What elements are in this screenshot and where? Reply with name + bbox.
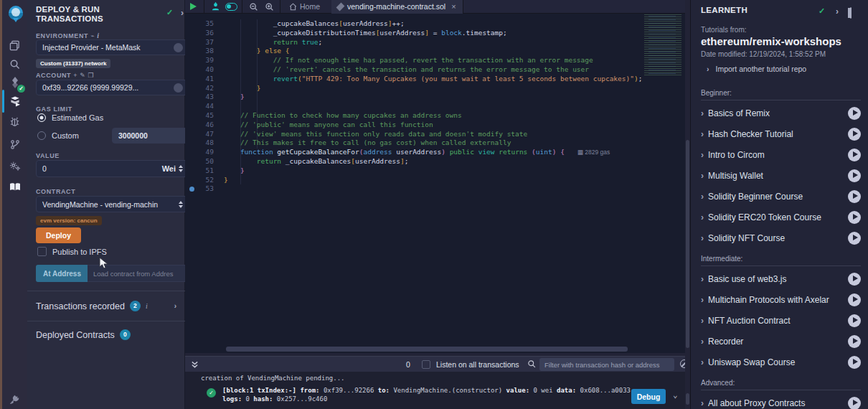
- code-line[interactable]: revert("HTTP 429: Too Many Cupcakes (you…: [224, 75, 640, 84]
- terminal-output[interactable]: creation of VendingMachine pending... ✓ …: [185, 372, 690, 409]
- transactions-info-icon[interactable]: i: [146, 302, 148, 310]
- custom-gas-option[interactable]: Custom: [37, 131, 79, 140]
- learneth-collapse-chevron-icon[interactable]: ›: [836, 6, 839, 17]
- line-number[interactable]: 50: [185, 157, 222, 166]
- code-line[interactable]: // If not enough time has passed, revert…: [224, 56, 640, 65]
- panel-collapse-chevron-icon[interactable]: ›: [181, 8, 184, 18]
- line-number[interactable]: 37: [185, 38, 222, 47]
- line-number[interactable]: 43: [185, 93, 222, 102]
- info-icon[interactable]: i: [97, 32, 99, 39]
- zoom-in-icon[interactable]: [261, 0, 277, 14]
- estimated-gas-radio[interactable]: [37, 113, 46, 122]
- code-line[interactable]: return true;: [224, 38, 640, 47]
- at-address-input[interactable]: [88, 265, 189, 282]
- tutorial-play-icon[interactable]: [848, 397, 861, 409]
- account-select[interactable]: 0xf39...92266 (9999.99929...: [36, 80, 189, 95]
- tutorial-expand-chevron-icon[interactable]: ›: [701, 398, 704, 408]
- tutorial-expand-chevron-icon[interactable]: ›: [701, 337, 704, 347]
- tutorial-play-icon[interactable]: [848, 190, 861, 203]
- line-number[interactable]: 38: [185, 47, 222, 56]
- learneth-icon[interactable]: [2, 178, 27, 197]
- tutorial-item[interactable]: ›Solidity NFT Course: [701, 227, 861, 248]
- tutorial-expand-chevron-icon[interactable]: ›: [701, 212, 704, 222]
- tutorial-play-icon[interactable]: [848, 149, 861, 161]
- value-input[interactable]: 0: [42, 164, 162, 173]
- debug-button[interactable]: Debug: [631, 389, 666, 404]
- code-line[interactable]: }: [224, 93, 640, 102]
- tutorial-item[interactable]: ›Multisig Wallet: [701, 165, 861, 186]
- tutorial-item[interactable]: ›Uniswap Swap Course: [701, 352, 861, 372]
- zoom-out-icon[interactable]: [245, 0, 261, 14]
- code-line[interactable]: [224, 102, 640, 111]
- tutorial-play-icon[interactable]: [848, 293, 861, 306]
- tutorial-expand-chevron-icon[interactable]: ›: [701, 233, 704, 243]
- settings-icon[interactable]: [2, 156, 27, 175]
- line-number[interactable]: 48: [185, 138, 222, 148]
- plugin-connector-icon[interactable]: [2, 390, 27, 408]
- code-line[interactable]: // This makes it free to call (no gas co…: [224, 138, 640, 148]
- environment-select[interactable]: Injected Provider - MetaMask: [36, 39, 189, 55]
- transactions-expand-chevron-icon[interactable]: ›: [174, 302, 176, 310]
- line-number[interactable]: 36: [185, 29, 222, 38]
- file-explorer-icon[interactable]: [2, 36, 27, 55]
- tutorial-item[interactable]: ›Basics of Remix: [701, 103, 861, 123]
- code-editor[interactable]: 35363738394041424344454647484950515253 _…: [185, 14, 690, 353]
- tutorial-play-icon[interactable]: [848, 314, 861, 327]
- line-number[interactable]: 46: [185, 121, 222, 130]
- copy-account-icon[interactable]: ❐: [85, 72, 94, 79]
- tutorial-item[interactable]: ›Hash Checker Tutorial: [701, 123, 861, 144]
- value-unit-select[interactable]: Wei: [162, 164, 176, 173]
- line-number[interactable]: 53: [185, 184, 222, 194]
- tutorial-item[interactable]: ›NFT Auction Contract: [701, 310, 861, 331]
- estimated-gas-option[interactable]: Estimated Gas: [37, 113, 103, 122]
- breakpoint-dot[interactable]: [189, 187, 194, 192]
- line-number[interactable]: 51: [185, 166, 222, 176]
- code-line[interactable]: }: [224, 176, 640, 185]
- line-number[interactable]: 52: [185, 176, 222, 185]
- tutorial-expand-chevron-icon[interactable]: ›: [701, 192, 704, 202]
- tutorial-play-icon[interactable]: [848, 169, 861, 182]
- line-number[interactable]: 49: [185, 148, 222, 157]
- code-line[interactable]: }: [224, 166, 640, 176]
- code-line[interactable]: } else {: [224, 47, 640, 56]
- tutorial-play-icon[interactable]: [848, 335, 861, 348]
- run-script-icon[interactable]: [185, 0, 201, 14]
- line-number[interactable]: 45: [185, 111, 222, 121]
- tutorial-expand-chevron-icon[interactable]: ›: [701, 295, 704, 305]
- code-line[interactable]: function getCupcakeBalanceFor(address us…: [224, 148, 640, 157]
- line-number[interactable]: 40: [185, 65, 222, 75]
- git-branch-icon[interactable]: [2, 135, 27, 154]
- tutorial-play-icon[interactable]: [848, 128, 861, 141]
- publish-ipfs-checkbox[interactable]: [37, 247, 47, 256]
- listen-transactions-checkbox[interactable]: [422, 360, 430, 369]
- tab-vending-machine-contract[interactable]: vending-machine-contract.sol ×: [331, 0, 463, 14]
- custom-gas-input[interactable]: [112, 128, 189, 144]
- tutorial-expand-chevron-icon[interactable]: ›: [701, 357, 704, 367]
- line-number[interactable]: 35: [185, 19, 222, 29]
- tutorial-play-icon[interactable]: [848, 232, 861, 245]
- line-number[interactable]: 44: [185, 102, 222, 111]
- code-line[interactable]: // 'revert' cancels the transaction and …: [224, 65, 640, 75]
- code-line[interactable]: [224, 184, 640, 194]
- code-line[interactable]: // 'view' means this function only reads…: [224, 130, 640, 139]
- line-number[interactable]: 42: [185, 84, 222, 93]
- editor-horizontal-scrollbar[interactable]: [226, 347, 628, 352]
- tutorial-item[interactable]: ›Solidity ERC20 Token Course: [701, 207, 861, 227]
- tutorial-expand-chevron-icon[interactable]: ›: [701, 274, 704, 284]
- tutorial-item[interactable]: ›Solidity Beginner Course: [701, 186, 861, 207]
- code-line[interactable]: }: [224, 84, 640, 93]
- code-line[interactable]: // 'public' means anyone can call this f…: [224, 121, 640, 130]
- publish-ipfs-option[interactable]: Publish to IPFS: [37, 247, 107, 256]
- search-icon[interactable]: [2, 55, 27, 73]
- plug-icon[interactable]: ⌁: [90, 32, 95, 39]
- debugger-icon[interactable]: [2, 112, 27, 131]
- line-number[interactable]: 39: [185, 56, 222, 65]
- solidity-compiler-icon[interactable]: ✓: [2, 73, 27, 92]
- tab-close-icon[interactable]: ×: [451, 2, 456, 11]
- tutorial-play-icon[interactable]: [848, 273, 861, 286]
- minimap[interactable]: [641, 14, 687, 76]
- transactions-recorded-row[interactable]: Transactions recorded 2 i ›: [36, 301, 176, 311]
- deploy-button[interactable]: Deploy: [36, 227, 81, 243]
- contract-select[interactable]: VendingMachine - vending-machin: [36, 196, 189, 212]
- ai-assistant-icon[interactable]: [207, 0, 223, 14]
